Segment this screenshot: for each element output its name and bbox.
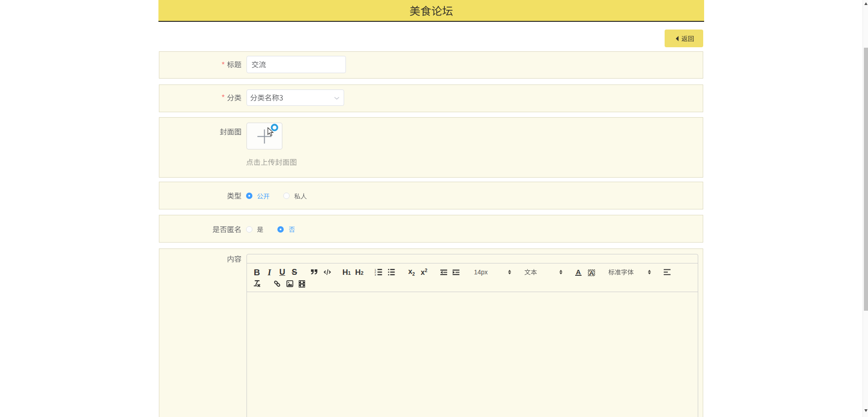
svg-text:A: A xyxy=(589,270,594,276)
svg-text:3: 3 xyxy=(375,273,376,276)
